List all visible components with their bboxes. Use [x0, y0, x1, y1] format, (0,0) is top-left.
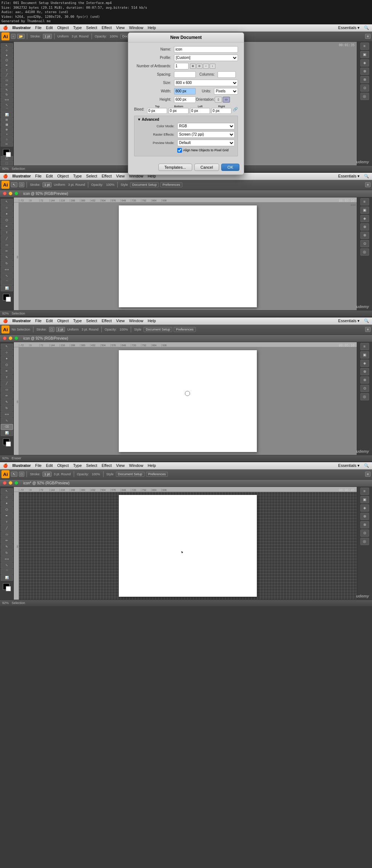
s3-tool-ds[interactable]: ⊹ [1, 350, 13, 356]
menu-select[interactable]: Select [86, 25, 97, 30]
cancel-button[interactable]: Cancel [194, 164, 219, 171]
templates-button[interactable]: Templates... [158, 164, 192, 171]
search-icon[interactable]: 🔍 [364, 25, 369, 30]
s4-traffic-yellow[interactable] [9, 481, 12, 485]
s4-menu-illustrator[interactable]: Illustrator [12, 463, 31, 468]
s2-search-icon[interactable]: 🔍 [364, 174, 369, 179]
s3-stroke-weight[interactable]: 1 pt [56, 327, 65, 332]
advanced-toggle[interactable]: ▼ Advanced [137, 117, 235, 121]
s4-tool-ds[interactable]: ⊹ [1, 495, 13, 500]
s2-tool-scale[interactable]: ⤡ [1, 273, 13, 279]
s3-traffic-yellow[interactable] [9, 336, 12, 340]
s2-stroke-weight[interactable]: 1 pt [43, 182, 52, 187]
s3-menu-object[interactable]: Object [57, 319, 69, 323]
s4-tool-brush[interactable]: ✏ [1, 538, 13, 544]
artboards-input[interactable] [174, 63, 189, 69]
s3-menu-view[interactable]: View [116, 319, 125, 323]
menu-window[interactable]: Window [129, 25, 143, 30]
s3-tool-rot[interactable]: ↻ [1, 405, 13, 411]
s2-right-icon-7[interactable]: ◎ [360, 248, 369, 256]
orientation-portrait[interactable]: ▯ [215, 97, 222, 103]
s3-traffic-green[interactable] [15, 336, 18, 340]
bleed-link-icon[interactable]: 🔗 [233, 107, 238, 112]
s3-menu-help[interactable]: Help [147, 319, 156, 323]
s3-tool-rect[interactable]: ▭ [1, 387, 13, 393]
s4-right-icon-2[interactable]: ▣ [360, 496, 369, 503]
s4-menu-type[interactable]: Type [73, 463, 82, 468]
menu-effect[interactable]: Effect [102, 25, 112, 30]
s4-tool-graph[interactable]: 📊 [1, 575, 13, 581]
s4-bg-swatch[interactable] [6, 586, 11, 591]
grid-icon-2[interactable]: ⊟ [197, 64, 202, 69]
toolbar-open-btn[interactable]: 📂 [17, 34, 25, 39]
s4-search-icon[interactable]: 🔍 [364, 463, 369, 468]
s4-tool-rect[interactable]: ▭ [1, 532, 13, 537]
columns-input[interactable] [218, 71, 236, 78]
s2-tool-graph[interactable]: 📊 [1, 285, 13, 291]
s4-right-icon-5[interactable]: ⊗ [360, 521, 369, 528]
s4-menu-object[interactable]: Object [57, 463, 69, 468]
s4-tool-pen[interactable]: ✒ [1, 513, 13, 519]
s2-right-icon-1[interactable]: ≡ [360, 198, 369, 205]
s2-apple-menu[interactable]: 🍎 [3, 174, 8, 179]
menu-help[interactable]: Help [147, 25, 156, 30]
s2-menu-select[interactable]: Select [86, 174, 97, 178]
s2-traffic-green[interactable] [15, 192, 18, 195]
s3-search-icon[interactable]: 🔍 [364, 319, 369, 323]
s4-menu-window[interactable]: Window [129, 463, 143, 468]
s4-tool-select[interactable]: ↖ [1, 488, 13, 494]
s3-tool-select[interactable]: ↖ [1, 344, 13, 349]
s4-tool-scale[interactable]: ⤡ [1, 563, 13, 568]
s2-menu-effect[interactable]: Effect [102, 174, 112, 178]
s4-menu-view[interactable]: View [116, 463, 125, 468]
s4-right-icon-6[interactable]: ⊙ [360, 529, 369, 537]
s3-right-icon-4[interactable]: ⊕ [360, 368, 369, 375]
s4-right-icon-1[interactable]: ≡ [360, 488, 369, 495]
s2-tool-refl[interactable]: ⟺ [1, 267, 13, 273]
s2-menu-type[interactable]: Type [73, 174, 82, 178]
s3-menu-edit[interactable]: Edit [46, 319, 53, 323]
menu-file[interactable]: File [35, 25, 42, 30]
s3-tool-pencil[interactable]: ✎ [1, 399, 13, 405]
s3-tool-type[interactable]: T [1, 375, 13, 380]
s4-tool-select[interactable]: ↖ [11, 472, 17, 477]
s2-menu-edit[interactable]: Edit [46, 174, 53, 178]
s2-tool-pencil[interactable]: ✎ [1, 255, 13, 260]
s2-tool-rot[interactable]: ↻ [1, 261, 13, 267]
s2-tool-lasso[interactable]: ⌬ [1, 217, 13, 223]
apple-menu[interactable]: 🍎 [3, 25, 8, 30]
s4-stroke-weight[interactable]: 1 pt [43, 472, 52, 477]
bleed-left[interactable] [190, 108, 210, 114]
s2-tool-ds[interactable]: ⊹ [1, 205, 13, 211]
s2-workspace-icon[interactable]: ≡ [365, 182, 371, 187]
width-input[interactable] [174, 88, 196, 95]
menu-type[interactable]: Type [73, 25, 82, 30]
s2-traffic-red[interactable] [3, 192, 7, 195]
s4-right-icon-3[interactable]: ◈ [360, 504, 369, 512]
s3-doc-setup-btn[interactable]: Document Setup [143, 327, 172, 332]
s2-tool-warp2[interactable]: ⌒ [1, 279, 13, 285]
s4-traffic-green[interactable] [15, 481, 18, 485]
s4-tool-box[interactable]: □ [19, 472, 24, 477]
s2-menu-object[interactable]: Object [57, 174, 69, 178]
s3-menu-window[interactable]: Window [129, 319, 143, 323]
s2-tool-rect[interactable]: ▭ [1, 242, 13, 248]
s4-tool-type[interactable]: T [1, 519, 13, 525]
s3-menu-illustrator[interactable]: Illustrator [12, 319, 31, 323]
s3-workspace-icon[interactable]: ≡ [365, 327, 371, 332]
stroke-weight-select[interactable]: 1 pt [43, 34, 52, 39]
s3-menu-type[interactable]: Type [73, 319, 82, 323]
raster-select[interactable]: Screen (72 ppi) [177, 131, 235, 138]
s3-right-icon-7[interactable]: ◎ [360, 393, 369, 400]
s4-doc-setup-btn[interactable]: Document Setup [116, 472, 145, 477]
color-mode-select[interactable]: RGB [177, 123, 235, 129]
s2-tool-type[interactable]: T [1, 230, 13, 236]
s3-tool-brush[interactable]: ✏ [1, 393, 13, 399]
s4-tool-lasso[interactable]: ⌬ [1, 507, 13, 513]
s2-tool-arrow[interactable]: ↖ [11, 182, 17, 187]
s4-tool-pencil[interactable]: ✎ [1, 544, 13, 550]
s4-menu-file[interactable]: File [35, 463, 42, 468]
s2-right-icon-5[interactable]: ⊗ [360, 232, 369, 239]
s4-prefs-btn[interactable]: Preferences [146, 472, 168, 477]
s2-tool-brush[interactable]: ✏ [1, 248, 13, 254]
